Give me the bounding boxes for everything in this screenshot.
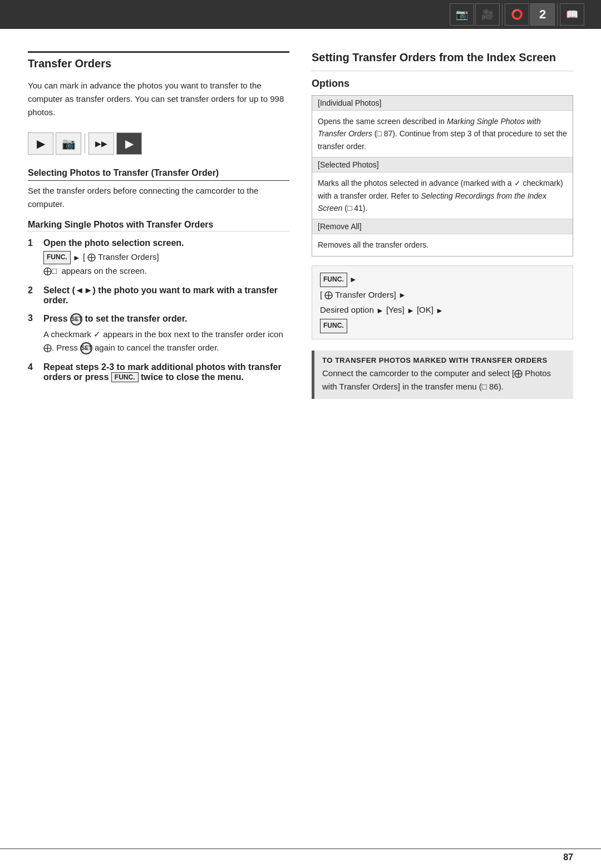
divider1: [502, 3, 503, 26]
func-block-line1: FUNC. ►: [320, 272, 565, 287]
mode-icon-2: 📷: [56, 132, 81, 155]
step-3-content: Press SET to set the transfer order. A c…: [43, 313, 289, 354]
step-3-bold: Press SET to set the transfer order.: [43, 313, 289, 326]
option-row-2: [Selected Photos] Marks all the photos s…: [312, 157, 573, 219]
mode-divider: [85, 134, 85, 154]
transfer-note-body: Connect the camcorder to the computer an…: [322, 367, 565, 393]
func-block-line3: Desired option ► [Yes] ► [OK] ►: [320, 302, 565, 318]
func-block-line4: FUNC.: [320, 318, 565, 333]
step-4-content: Repeat steps 2-3 to mark additional phot…: [43, 362, 289, 383]
step-4: 4 Repeat steps 2-3 to mark additional ph…: [28, 362, 289, 383]
step-1-bold: Open the photo selection screen.: [43, 238, 289, 248]
right-column: Setting Transfer Orders from the Index S…: [312, 51, 573, 823]
arrow-right-1: ►: [349, 273, 357, 287]
step-4-number: 4: [28, 362, 39, 372]
arrow-1: ►: [73, 251, 81, 264]
option-3-body: Removes all the transfer orders.: [312, 234, 573, 255]
mode-icon-3: ▶▶: [88, 132, 114, 155]
step-1-detail: FUNC. ► [ ⨁ Transfer Orders] ⨁□ appears …: [43, 250, 289, 278]
transfer-note-title: To Transfer Photos Marked with Transfer …: [322, 356, 565, 364]
section-title: Transfer Orders: [28, 57, 289, 70]
step-1: 1 Open the photo selection screen. FUNC.…: [28, 238, 289, 278]
option-1-italic: Marking Single Photos with Transfer Orde…: [318, 117, 541, 138]
camera-icon: 📷: [450, 3, 474, 26]
arrow-right-4: ►: [407, 304, 415, 318]
page-footer: 87: [0, 849, 601, 862]
option-2-header: [Selected Photos]: [312, 157, 573, 172]
func-button-1: FUNC.: [43, 251, 71, 264]
set-button-1: SET: [70, 313, 82, 326]
subsection-selecting-body: Set the transfer orders before connectin…: [28, 184, 289, 211]
step-2-bold: Select (◄►) the photo you want to mark w…: [43, 285, 289, 305]
option-2-italic: Selecting Recordings from the Index Scre…: [318, 191, 546, 213]
transfer-orders-section: Transfer Orders: [28, 51, 289, 70]
arrow-right-5: ►: [436, 304, 444, 318]
options-table: [Individual Photos] Opens the same scree…: [312, 95, 573, 257]
options-title: Options: [312, 78, 573, 90]
option-row-1: [Individual Photos] Opens the same scree…: [312, 96, 573, 157]
step-1-number: 1: [28, 238, 39, 248]
step1-text1: [ ⨁ Transfer Orders]: [83, 252, 159, 262]
transfer-note-box: To Transfer Photos Marked with Transfer …: [312, 351, 573, 399]
step-4-bold: Repeat steps 2-3 to mark additional phot…: [43, 362, 289, 383]
subsection-marking-title: Marking Single Photos with Transfer Orde…: [28, 220, 289, 230]
arrow-right-2: ►: [398, 288, 406, 302]
step-2: 2 Select (◄►) the photo you want to mark…: [28, 285, 289, 305]
step1-text2: ⨁□ appears on the screen.: [43, 266, 147, 275]
func-button-2: FUNC.: [111, 372, 139, 382]
subsection-selecting-title: Selecting Photos to Transfer (Transfer O…: [28, 168, 289, 181]
intro-text: You can mark in advance the photos you w…: [28, 79, 289, 119]
number-2-icon: 2: [530, 3, 555, 26]
dot-line-right: [312, 71, 573, 71]
mode-icon-4: ▶: [116, 132, 142, 155]
step-3-number: 3: [28, 313, 39, 323]
mode-icons-row: ▶ 📷 ▶▶ ▶: [28, 132, 289, 155]
option-row-3: [Remove All] Removes all the transfer or…: [312, 219, 573, 255]
page-content: Transfer Orders You can mark in advance …: [0, 29, 601, 846]
circle-icon: ⭕: [505, 3, 529, 26]
arrow-right-3: ►: [376, 304, 384, 318]
set-button-2: SET: [80, 342, 92, 354]
func-block: FUNC. ► [ ⨁ Transfer Orders] ► Desired o…: [312, 265, 573, 339]
top-bar: 📷 🎥 ⭕ 2 📖: [0, 0, 601, 29]
top-icons: 📷 🎥 ⭕ 2 📖: [450, 3, 584, 26]
step-2-content: Select (◄►) the photo you want to mark w…: [43, 285, 289, 305]
func-btn-right-2: FUNC.: [320, 319, 347, 333]
option-1-header: [Individual Photos]: [312, 96, 573, 111]
step-2-number: 2: [28, 285, 39, 295]
step-3: 3 Press SET to set the transfer order. A…: [28, 313, 289, 354]
book-icon: 📖: [560, 3, 584, 26]
option-2-body: Marks all the photos selected in advance…: [312, 172, 573, 219]
func-btn-right: FUNC.: [320, 273, 347, 287]
step-3-detail: A checkmark ✓ appears in the box next to…: [43, 328, 289, 354]
option-3-header: [Remove All]: [312, 219, 573, 234]
video-icon: 🎥: [475, 3, 500, 26]
right-section-title: Setting Transfer Orders from the Index S…: [312, 51, 573, 64]
step-1-content: Open the photo selection screen. FUNC. ►…: [43, 238, 289, 278]
divider2: [557, 3, 558, 26]
page-number: 87: [563, 852, 573, 862]
left-column: Transfer Orders You can mark in advance …: [28, 51, 289, 823]
option-1-body: Opens the same screen described in Marki…: [312, 111, 573, 157]
dot-line-1: [28, 231, 289, 231]
mode-icon-1: ▶: [28, 132, 53, 155]
func-block-line2: [ ⨁ Transfer Orders] ►: [320, 287, 565, 303]
